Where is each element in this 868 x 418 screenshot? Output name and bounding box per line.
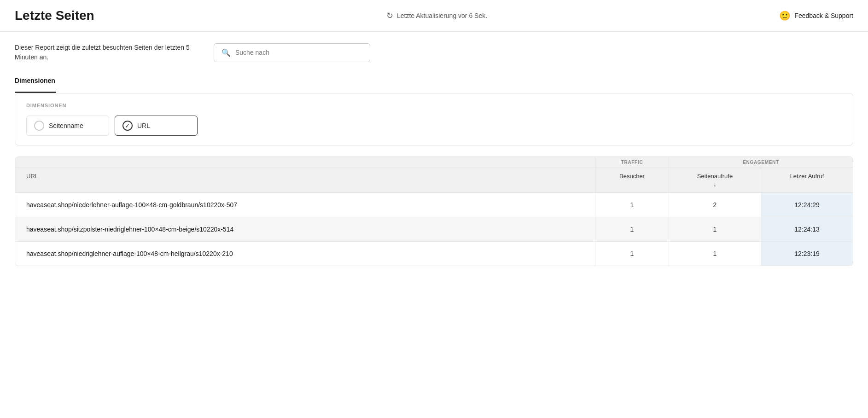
cell-url: haveaseat.shop/niederlehner-auflage-100×… <box>15 193 595 217</box>
feedback-label: Feedback & Support <box>794 12 853 19</box>
cell-besucher: 1 <box>595 242 669 266</box>
cell-seitenaufrufe: 2 <box>669 193 761 217</box>
header-col-row: URL Besucher Seitenaufrufe ↓ Letzer Aufr… <box>15 168 853 193</box>
feedback-button[interactable]: 🙂 Feedback & Support <box>779 10 853 21</box>
dimensions-card: DIMENSIONEN Seitenname ✓ URL <box>15 93 853 145</box>
url-spacer <box>15 157 595 168</box>
page-title: Letzte Seiten <box>15 8 94 23</box>
table-row: haveaseat.shop/sitzpolster-niedriglehner… <box>15 217 853 242</box>
search-input[interactable] <box>235 49 362 56</box>
cell-besucher: 1 <box>595 193 669 217</box>
table-row: haveaseat.shop/niedriglehner-auflage-100… <box>15 242 853 266</box>
refresh-text: Letzte Aktualisierung vor 6 Sek. <box>397 12 487 19</box>
search-box[interactable]: 🔍 <box>214 43 370 62</box>
dimension-option-seitenname[interactable]: Seitenname <box>26 116 109 136</box>
col-besucher-header[interactable]: Besucher <box>595 168 669 192</box>
radio-seitenname <box>34 121 44 131</box>
refresh-icon: ↻ <box>386 11 393 21</box>
dimension-label-url: URL <box>137 122 150 129</box>
cell-url: haveaseat.shop/niedriglehner-auflage-100… <box>15 242 595 266</box>
group-engagement-label: ENGAGEMENT <box>669 157 853 168</box>
col-seitenaufrufe-header[interactable]: Seitenaufrufe ↓ <box>669 168 761 192</box>
cell-seitenaufrufe: 1 <box>669 242 761 266</box>
top-bar: Letzte Seiten ↻ Letzte Aktualisierung vo… <box>0 0 868 32</box>
group-traffic-label: TRAFFIC <box>595 157 669 168</box>
sort-down-arrow: ↓ <box>713 180 717 188</box>
header-group-row: TRAFFIC ENGAGEMENT <box>15 157 853 168</box>
dimension-label-seitenname: Seitenname <box>49 122 83 129</box>
description-text: Dieser Report zeigt die zuletzt besuchte… <box>15 43 199 62</box>
description-search-row: Dieser Report zeigt die zuletzt besuchte… <box>15 43 853 62</box>
cell-letzter: 12:23:19 <box>761 242 853 266</box>
table-rows-container: haveaseat.shop/niederlehner-auflage-100×… <box>15 193 853 266</box>
cell-letzter: 12:24:13 <box>761 217 853 241</box>
table-container: TRAFFIC ENGAGEMENT URL Besucher Seitenau… <box>15 157 853 266</box>
dimensions-section: Dimensionen DIMENSIONEN Seitenname ✓ URL <box>15 77 853 145</box>
cell-url: haveaseat.shop/sitzpolster-niedriglehner… <box>15 217 595 241</box>
search-icon: 🔍 <box>221 48 231 57</box>
smiley-icon: 🙂 <box>779 10 791 21</box>
dimensions-card-label: DIMENSIONEN <box>26 103 842 108</box>
refresh-info: ↻ Letzte Aktualisierung vor 6 Sek. <box>105 11 769 21</box>
content-area: Dieser Report zeigt die zuletzt besuchte… <box>0 32 868 277</box>
cell-letzter: 12:24:29 <box>761 193 853 217</box>
table-row: haveaseat.shop/niederlehner-auflage-100×… <box>15 193 853 217</box>
cell-besucher: 1 <box>595 217 669 241</box>
table-section: TRAFFIC ENGAGEMENT URL Besucher Seitenau… <box>15 157 853 266</box>
check-url: ✓ <box>122 121 133 131</box>
dimensions-title: Dimensionen <box>15 77 55 84</box>
col-url-header: URL <box>15 168 595 192</box>
cell-seitenaufrufe: 1 <box>669 217 761 241</box>
dimension-option-url[interactable]: ✓ URL <box>115 116 198 136</box>
col-letzter-header: Letzer Aufruf <box>761 168 853 192</box>
dimension-options: Seitenname ✓ URL <box>26 116 842 136</box>
